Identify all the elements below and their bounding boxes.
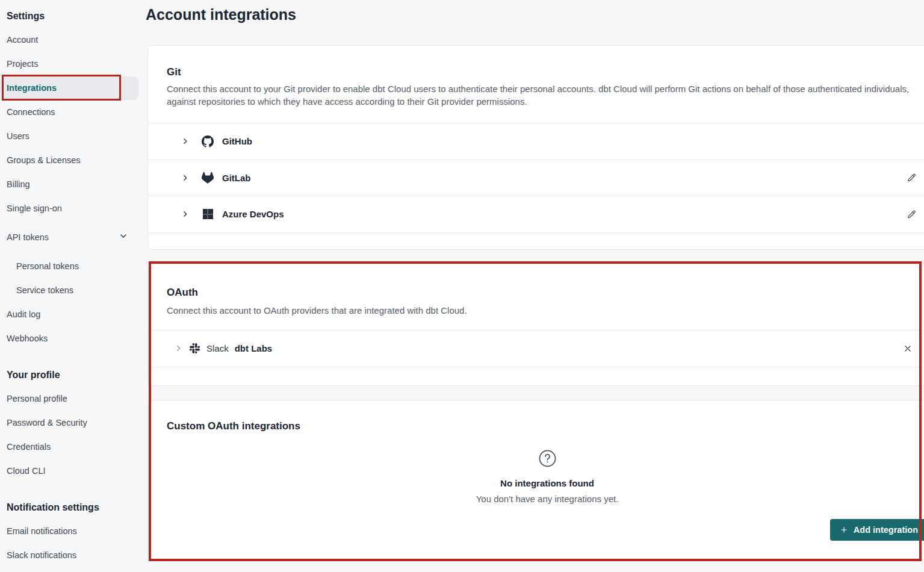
custom-oauth-heading: Custom OAuth integrations [167, 420, 300, 432]
question-circle-icon [539, 450, 556, 467]
git-provider-list: GitHub GitLab Azure DevOps [148, 123, 924, 233]
oauth-section-description: Connect this account to OAuth providers … [167, 305, 924, 317]
sidebar-item-credentials[interactable]: Credentials [7, 441, 51, 453]
edit-pencil-icon[interactable] [907, 173, 917, 183]
sidebar-item-cloud-cli[interactable]: Cloud CLI [7, 465, 45, 477]
empty-state-subtitle: You don't have any integrations yet. [148, 494, 924, 504]
sidebar-item-integrations[interactable]: Integrations [7, 82, 57, 94]
oauth-section-heading: OAuth [167, 287, 198, 299]
sidebar-item-audit-log[interactable]: Audit log [7, 308, 40, 320]
gitlab-icon [202, 172, 214, 184]
oauth-provider-list: Slack dbt Labs [148, 330, 924, 367]
page-title: Account integrations [146, 6, 296, 23]
chevron-right-icon [181, 174, 189, 182]
oauth-row-slack[interactable]: Slack dbt Labs [148, 330, 924, 367]
empty-state: No integrations found You don't have any… [148, 450, 924, 504]
oauth-section-card: OAuth Connect this account to OAuth prov… [147, 264, 924, 386]
sidebar-item-slack-notifications[interactable]: Slack notifications [7, 549, 76, 561]
git-section-card: Git Connect this account to your Git pro… [147, 45, 924, 250]
git-row-label: GitLab [222, 173, 251, 183]
azure-devops-icon [202, 208, 214, 220]
settings-sidebar: Settings Account Projects Integrations C… [0, 0, 147, 572]
chevron-right-icon [181, 210, 189, 218]
git-row-label: GitHub [222, 136, 252, 146]
plus-icon [840, 526, 848, 534]
oauth-slack-org: dbt Labs [235, 343, 273, 353]
sidebar-item-email-notifications[interactable]: Email notifications [7, 525, 77, 537]
chevron-right-icon [175, 344, 182, 352]
git-section-heading: Git [167, 66, 181, 78]
sidebar-item-personal-profile[interactable]: Personal profile [7, 393, 67, 405]
add-integration-button-label: Add integration [854, 525, 918, 535]
git-section-description: Connect this account to your Git provide… [167, 83, 924, 108]
oauth-slack-label: Slack [206, 343, 229, 353]
sidebar-item-connections[interactable]: Connections [7, 106, 55, 118]
empty-state-title: No integrations found [148, 478, 924, 488]
sidebar-item-billing[interactable]: Billing [7, 178, 30, 190]
sidebar-item-single-sign-on[interactable]: Single sign-on [7, 202, 62, 214]
git-row-label: Azure DevOps [222, 209, 284, 219]
sidebar-item-password-security[interactable]: Password & Security [7, 417, 87, 429]
sidebar-header-your-profile: Your profile [7, 369, 60, 381]
sidebar-item-webhooks[interactable]: Webhooks [7, 332, 48, 344]
slack-icon [190, 343, 200, 353]
sidebar-item-account[interactable]: Account [7, 34, 38, 46]
sidebar-item-service-tokens[interactable]: Service tokens [16, 284, 73, 296]
github-icon [202, 135, 214, 148]
sidebar-item-personal-tokens[interactable]: Personal tokens [16, 260, 79, 272]
sidebar-item-users[interactable]: Users [7, 130, 29, 142]
git-row-azure-devops[interactable]: Azure DevOps [148, 196, 924, 232]
close-icon[interactable] [903, 344, 913, 353]
sidebar-item-groups-licenses[interactable]: Groups & Licenses [7, 154, 81, 166]
custom-oauth-section-card: Custom OAuth integrations No integration… [147, 400, 924, 560]
edit-pencil-icon[interactable] [907, 209, 917, 219]
sidebar-header-notification-settings: Notification settings [7, 502, 99, 514]
sidebar-item-api-tokens[interactable]: API tokens [7, 231, 49, 243]
sidebar-header-settings: Settings [7, 10, 45, 22]
chevron-down-icon[interactable] [119, 231, 128, 241]
chevron-right-icon [181, 137, 189, 145]
git-row-github[interactable]: GitHub [148, 123, 924, 160]
add-integration-button[interactable]: Add integration [830, 519, 924, 541]
git-row-gitlab[interactable]: GitLab [148, 160, 924, 196]
sidebar-item-projects[interactable]: Projects [7, 58, 38, 70]
